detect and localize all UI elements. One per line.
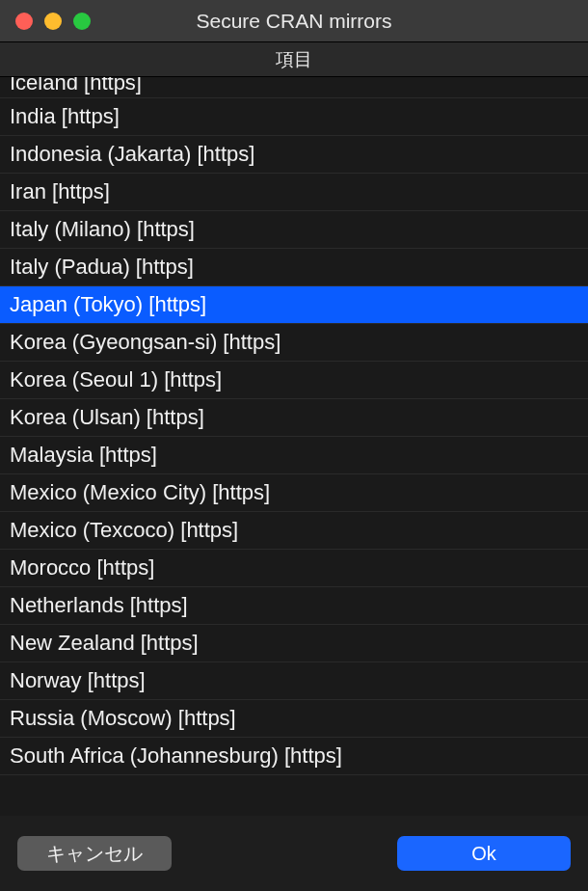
window-titlebar: Secure CRAN mirrors xyxy=(0,0,588,42)
list-item[interactable]: Korea (Gyeongsan-si) [https] xyxy=(0,324,588,362)
list-item-label: Japan (Tokyo) [https] xyxy=(10,292,206,317)
list-item[interactable]: New Zealand [https] xyxy=(0,625,588,662)
list-item-label: Russia (Moscow) [https] xyxy=(10,706,236,731)
list-item[interactable]: South Africa (Johannesburg) [https] xyxy=(0,738,588,775)
list-item[interactable]: Indonesia (Jakarta) [https] xyxy=(0,136,588,174)
close-icon[interactable] xyxy=(15,13,33,30)
list-item[interactable]: Norway [https] xyxy=(0,662,588,700)
list-item-label: Malaysia [https] xyxy=(10,443,157,468)
mirror-list[interactable]: Iceland [https]India [https]Indonesia (J… xyxy=(0,77,588,816)
list-item-label: Indonesia (Jakarta) [https] xyxy=(10,142,254,167)
window-controls xyxy=(0,13,91,30)
list-item-label: South Africa (Johannesburg) [https] xyxy=(10,743,342,769)
list-item-label: Korea (Seoul 1) [https] xyxy=(10,367,222,392)
list-item-label: Netherlands [https] xyxy=(10,593,188,618)
maximize-icon[interactable] xyxy=(73,13,91,30)
list-item[interactable]: Korea (Ulsan) [https] xyxy=(0,399,588,437)
list-item-label: New Zealand [https] xyxy=(10,631,199,656)
list-item[interactable]: Korea (Seoul 1) [https] xyxy=(0,362,588,399)
list-item[interactable]: Italy (Padua) [https] xyxy=(0,249,588,286)
list-item[interactable]: Italy (Milano) [https] xyxy=(0,211,588,249)
list-header: 項目 xyxy=(0,42,588,77)
minimize-icon[interactable] xyxy=(44,13,62,30)
list-item[interactable]: Japan (Tokyo) [https] xyxy=(0,286,588,324)
ok-button[interactable]: Ok xyxy=(397,836,571,871)
list-item-label: Italy (Milano) [https] xyxy=(10,217,195,242)
list-header-label: 項目 xyxy=(276,47,312,72)
list-item-label: Mexico (Texcoco) [https] xyxy=(10,518,238,543)
list-item-label: Iceland [https] xyxy=(10,77,142,95)
list-item[interactable]: Iceland [https] xyxy=(0,77,588,98)
ok-button-label: Ok xyxy=(471,843,496,865)
list-item-label: Korea (Ulsan) [https] xyxy=(10,405,204,430)
list-item-label: Norway [https] xyxy=(10,668,146,693)
list-item-label: Italy (Padua) [https] xyxy=(10,255,194,280)
button-bar: キャンセル Ok xyxy=(0,816,588,891)
list-item-label: Korea (Gyeongsan-si) [https] xyxy=(10,330,281,355)
list-item[interactable]: Iran [https] xyxy=(0,174,588,211)
list-item[interactable]: Russia (Moscow) [https] xyxy=(0,700,588,738)
list-item-label: Iran [https] xyxy=(10,179,110,204)
list-item-label: Morocco [https] xyxy=(10,555,154,580)
cancel-button[interactable]: キャンセル xyxy=(17,836,172,871)
list-item-label: Mexico (Mexico City) [https] xyxy=(10,480,270,505)
list-item[interactable]: Netherlands [https] xyxy=(0,587,588,625)
list-item[interactable]: Morocco [https] xyxy=(0,550,588,587)
list-item[interactable]: Mexico (Texcoco) [https] xyxy=(0,512,588,550)
cancel-button-label: キャンセル xyxy=(46,841,143,867)
list-item[interactable]: Malaysia [https] xyxy=(0,437,588,474)
list-item[interactable]: Mexico (Mexico City) [https] xyxy=(0,474,588,512)
list-item[interactable]: India [https] xyxy=(0,98,588,136)
list-item-label: India [https] xyxy=(10,104,120,129)
